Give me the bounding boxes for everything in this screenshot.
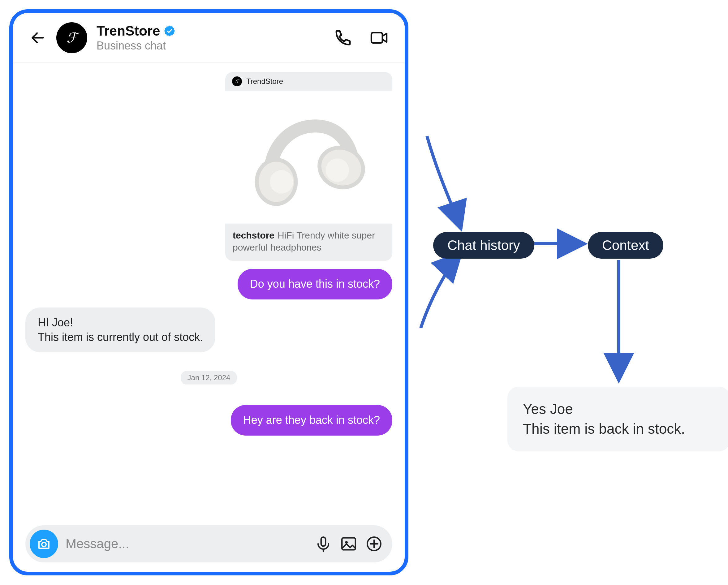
headphones-icon	[244, 105, 374, 210]
diagram-node-chat-history: Chat history	[433, 232, 534, 259]
message-incoming[interactable]: HI Joe! This item is currently out of st…	[25, 308, 215, 353]
answer-line: Yes Joe	[523, 401, 573, 417]
chat-title: TrenStore	[97, 23, 160, 39]
back-button[interactable]	[28, 28, 47, 47]
chat-body: ℱ TrendStore techstoreHiFi Trendy white …	[13, 63, 405, 516]
date-separator: Jan 12, 2024	[181, 371, 237, 384]
chat-subtitle: Business chat	[97, 39, 323, 52]
phone-call-icon[interactable]	[333, 28, 353, 48]
flow-diagram: Chat history Context Yes Joe This item i…	[415, 117, 718, 458]
message-line: This item is currently out of stock.	[38, 331, 203, 343]
diagram-node-context: Context	[588, 232, 663, 259]
plus-circle-icon[interactable]	[365, 535, 383, 553]
svg-point-4	[326, 158, 349, 182]
shared-post-caption: techstoreHiFi Trendy white super powerfu…	[225, 224, 392, 261]
video-call-icon[interactable]	[369, 28, 389, 48]
shared-post-author: TrendStore	[246, 77, 283, 86]
shared-post-card[interactable]: ℱ TrendStore techstoreHiFi Trendy white …	[225, 72, 392, 261]
chat-header: ℱ TrenStore Business chat	[13, 13, 405, 63]
message-line: HI Joe!	[38, 316, 73, 329]
shared-post-header: ℱ TrendStore	[225, 72, 392, 91]
svg-rect-0	[371, 33, 383, 43]
camera-button[interactable]	[30, 530, 58, 558]
message-outgoing[interactable]: Do you have this in stock?	[238, 269, 392, 299]
microphone-icon[interactable]	[314, 535, 332, 553]
arrow-left-icon	[30, 30, 46, 46]
verified-badge-icon	[164, 25, 176, 37]
phone-frame: ℱ TrenStore Business chat ℱ TrendStore	[9, 9, 408, 576]
message-input[interactable]: Message...	[66, 536, 307, 551]
store-avatar[interactable]: ℱ	[56, 22, 87, 53]
shared-post-avatar: ℱ	[232, 76, 242, 86]
image-icon[interactable]	[340, 535, 358, 553]
svg-rect-7	[342, 538, 356, 550]
diagram-answer-bubble: Yes Joe This item is back in stock.	[508, 387, 728, 451]
message-composer: Message...	[25, 525, 392, 562]
svg-point-5	[42, 542, 46, 547]
header-text: TrenStore Business chat	[97, 23, 323, 52]
shared-post-image	[225, 91, 392, 224]
camera-icon	[36, 536, 51, 551]
svg-rect-6	[321, 537, 326, 546]
svg-point-3	[270, 170, 293, 194]
shared-post-account: techstore	[233, 230, 275, 240]
answer-line: This item is back in stock.	[523, 421, 685, 437]
message-outgoing[interactable]: Hey are they back in stock?	[231, 405, 392, 435]
